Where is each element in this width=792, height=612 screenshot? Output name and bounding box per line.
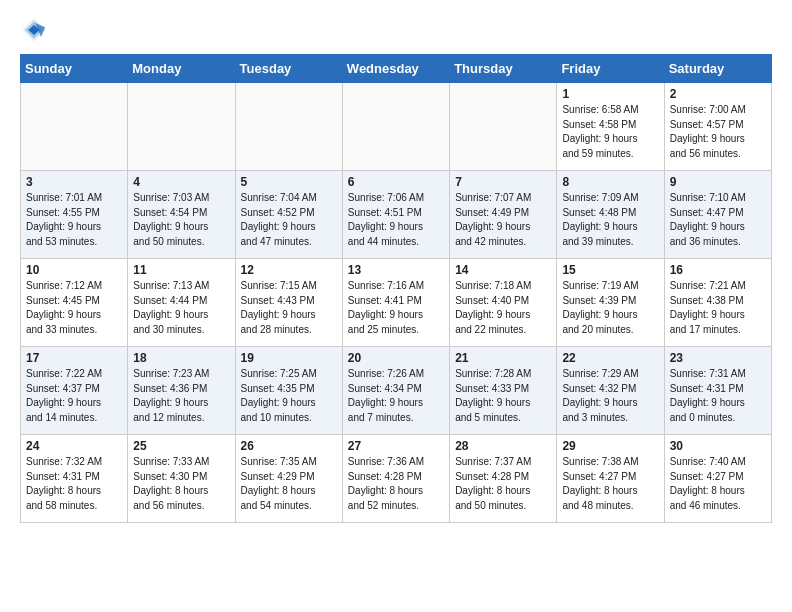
day-info: Sunrise: 7:16 AM Sunset: 4:41 PM Dayligh… bbox=[348, 279, 444, 337]
calendar-cell: 1Sunrise: 6:58 AM Sunset: 4:58 PM Daylig… bbox=[557, 83, 664, 171]
day-number: 1 bbox=[562, 87, 658, 101]
day-info: Sunrise: 7:19 AM Sunset: 4:39 PM Dayligh… bbox=[562, 279, 658, 337]
day-info: Sunrise: 7:31 AM Sunset: 4:31 PM Dayligh… bbox=[670, 367, 766, 425]
day-info: Sunrise: 7:28 AM Sunset: 4:33 PM Dayligh… bbox=[455, 367, 551, 425]
day-number: 14 bbox=[455, 263, 551, 277]
day-info: Sunrise: 7:40 AM Sunset: 4:27 PM Dayligh… bbox=[670, 455, 766, 513]
day-info: Sunrise: 7:06 AM Sunset: 4:51 PM Dayligh… bbox=[348, 191, 444, 249]
day-info: Sunrise: 7:35 AM Sunset: 4:29 PM Dayligh… bbox=[241, 455, 337, 513]
calendar-cell: 6Sunrise: 7:06 AM Sunset: 4:51 PM Daylig… bbox=[342, 171, 449, 259]
weekday-header-wednesday: Wednesday bbox=[342, 55, 449, 83]
calendar-cell: 7Sunrise: 7:07 AM Sunset: 4:49 PM Daylig… bbox=[450, 171, 557, 259]
day-number: 9 bbox=[670, 175, 766, 189]
weekday-header-tuesday: Tuesday bbox=[235, 55, 342, 83]
calendar-cell: 14Sunrise: 7:18 AM Sunset: 4:40 PM Dayli… bbox=[450, 259, 557, 347]
weekday-header-saturday: Saturday bbox=[664, 55, 771, 83]
calendar-cell: 24Sunrise: 7:32 AM Sunset: 4:31 PM Dayli… bbox=[21, 435, 128, 523]
logo bbox=[20, 16, 52, 44]
day-number: 29 bbox=[562, 439, 658, 453]
calendar-table: SundayMondayTuesdayWednesdayThursdayFrid… bbox=[20, 54, 772, 523]
calendar-cell: 16Sunrise: 7:21 AM Sunset: 4:38 PM Dayli… bbox=[664, 259, 771, 347]
calendar-cell: 21Sunrise: 7:28 AM Sunset: 4:33 PM Dayli… bbox=[450, 347, 557, 435]
day-info: Sunrise: 7:00 AM Sunset: 4:57 PM Dayligh… bbox=[670, 103, 766, 161]
day-number: 12 bbox=[241, 263, 337, 277]
page: SundayMondayTuesdayWednesdayThursdayFrid… bbox=[0, 0, 792, 543]
calendar-week-1: 1Sunrise: 6:58 AM Sunset: 4:58 PM Daylig… bbox=[21, 83, 772, 171]
calendar-cell: 15Sunrise: 7:19 AM Sunset: 4:39 PM Dayli… bbox=[557, 259, 664, 347]
day-number: 30 bbox=[670, 439, 766, 453]
day-number: 3 bbox=[26, 175, 122, 189]
calendar-cell: 17Sunrise: 7:22 AM Sunset: 4:37 PM Dayli… bbox=[21, 347, 128, 435]
day-number: 13 bbox=[348, 263, 444, 277]
day-info: Sunrise: 7:13 AM Sunset: 4:44 PM Dayligh… bbox=[133, 279, 229, 337]
calendar-cell: 19Sunrise: 7:25 AM Sunset: 4:35 PM Dayli… bbox=[235, 347, 342, 435]
day-info: Sunrise: 7:22 AM Sunset: 4:37 PM Dayligh… bbox=[26, 367, 122, 425]
day-info: Sunrise: 7:04 AM Sunset: 4:52 PM Dayligh… bbox=[241, 191, 337, 249]
day-info: Sunrise: 7:21 AM Sunset: 4:38 PM Dayligh… bbox=[670, 279, 766, 337]
calendar-cell: 22Sunrise: 7:29 AM Sunset: 4:32 PM Dayli… bbox=[557, 347, 664, 435]
calendar-cell: 11Sunrise: 7:13 AM Sunset: 4:44 PM Dayli… bbox=[128, 259, 235, 347]
day-number: 17 bbox=[26, 351, 122, 365]
day-number: 22 bbox=[562, 351, 658, 365]
weekday-header-sunday: Sunday bbox=[21, 55, 128, 83]
day-info: Sunrise: 7:15 AM Sunset: 4:43 PM Dayligh… bbox=[241, 279, 337, 337]
day-number: 23 bbox=[670, 351, 766, 365]
calendar-cell: 29Sunrise: 7:38 AM Sunset: 4:27 PM Dayli… bbox=[557, 435, 664, 523]
calendar-cell: 20Sunrise: 7:26 AM Sunset: 4:34 PM Dayli… bbox=[342, 347, 449, 435]
calendar-cell bbox=[342, 83, 449, 171]
weekday-header-monday: Monday bbox=[128, 55, 235, 83]
calendar-cell: 28Sunrise: 7:37 AM Sunset: 4:28 PM Dayli… bbox=[450, 435, 557, 523]
calendar-cell: 26Sunrise: 7:35 AM Sunset: 4:29 PM Dayli… bbox=[235, 435, 342, 523]
calendar-cell: 18Sunrise: 7:23 AM Sunset: 4:36 PM Dayli… bbox=[128, 347, 235, 435]
day-info: Sunrise: 7:09 AM Sunset: 4:48 PM Dayligh… bbox=[562, 191, 658, 249]
calendar-cell: 10Sunrise: 7:12 AM Sunset: 4:45 PM Dayli… bbox=[21, 259, 128, 347]
calendar-header-row: SundayMondayTuesdayWednesdayThursdayFrid… bbox=[21, 55, 772, 83]
weekday-header-friday: Friday bbox=[557, 55, 664, 83]
day-number: 11 bbox=[133, 263, 229, 277]
day-info: Sunrise: 7:32 AM Sunset: 4:31 PM Dayligh… bbox=[26, 455, 122, 513]
day-info: Sunrise: 7:29 AM Sunset: 4:32 PM Dayligh… bbox=[562, 367, 658, 425]
day-number: 5 bbox=[241, 175, 337, 189]
day-info: Sunrise: 7:01 AM Sunset: 4:55 PM Dayligh… bbox=[26, 191, 122, 249]
day-number: 28 bbox=[455, 439, 551, 453]
day-number: 7 bbox=[455, 175, 551, 189]
day-number: 25 bbox=[133, 439, 229, 453]
day-number: 16 bbox=[670, 263, 766, 277]
day-info: Sunrise: 7:26 AM Sunset: 4:34 PM Dayligh… bbox=[348, 367, 444, 425]
calendar-cell bbox=[128, 83, 235, 171]
day-number: 21 bbox=[455, 351, 551, 365]
calendar-cell: 23Sunrise: 7:31 AM Sunset: 4:31 PM Dayli… bbox=[664, 347, 771, 435]
day-number: 18 bbox=[133, 351, 229, 365]
day-number: 19 bbox=[241, 351, 337, 365]
day-info: Sunrise: 7:07 AM Sunset: 4:49 PM Dayligh… bbox=[455, 191, 551, 249]
calendar-cell: 25Sunrise: 7:33 AM Sunset: 4:30 PM Dayli… bbox=[128, 435, 235, 523]
day-info: Sunrise: 7:37 AM Sunset: 4:28 PM Dayligh… bbox=[455, 455, 551, 513]
calendar-cell: 8Sunrise: 7:09 AM Sunset: 4:48 PM Daylig… bbox=[557, 171, 664, 259]
day-info: Sunrise: 7:23 AM Sunset: 4:36 PM Dayligh… bbox=[133, 367, 229, 425]
calendar-week-5: 24Sunrise: 7:32 AM Sunset: 4:31 PM Dayli… bbox=[21, 435, 772, 523]
day-number: 8 bbox=[562, 175, 658, 189]
day-info: Sunrise: 7:18 AM Sunset: 4:40 PM Dayligh… bbox=[455, 279, 551, 337]
calendar-cell: 12Sunrise: 7:15 AM Sunset: 4:43 PM Dayli… bbox=[235, 259, 342, 347]
calendar-week-2: 3Sunrise: 7:01 AM Sunset: 4:55 PM Daylig… bbox=[21, 171, 772, 259]
calendar-cell: 4Sunrise: 7:03 AM Sunset: 4:54 PM Daylig… bbox=[128, 171, 235, 259]
calendar-cell: 3Sunrise: 7:01 AM Sunset: 4:55 PM Daylig… bbox=[21, 171, 128, 259]
day-info: Sunrise: 7:33 AM Sunset: 4:30 PM Dayligh… bbox=[133, 455, 229, 513]
day-number: 27 bbox=[348, 439, 444, 453]
day-info: Sunrise: 7:03 AM Sunset: 4:54 PM Dayligh… bbox=[133, 191, 229, 249]
day-number: 10 bbox=[26, 263, 122, 277]
day-info: Sunrise: 7:36 AM Sunset: 4:28 PM Dayligh… bbox=[348, 455, 444, 513]
header bbox=[20, 16, 772, 44]
day-number: 2 bbox=[670, 87, 766, 101]
logo-icon bbox=[20, 16, 48, 44]
calendar-cell bbox=[450, 83, 557, 171]
weekday-header-thursday: Thursday bbox=[450, 55, 557, 83]
day-info: Sunrise: 7:25 AM Sunset: 4:35 PM Dayligh… bbox=[241, 367, 337, 425]
calendar-week-4: 17Sunrise: 7:22 AM Sunset: 4:37 PM Dayli… bbox=[21, 347, 772, 435]
day-number: 6 bbox=[348, 175, 444, 189]
day-info: Sunrise: 6:58 AM Sunset: 4:58 PM Dayligh… bbox=[562, 103, 658, 161]
calendar-cell bbox=[21, 83, 128, 171]
calendar-cell: 27Sunrise: 7:36 AM Sunset: 4:28 PM Dayli… bbox=[342, 435, 449, 523]
calendar-cell: 13Sunrise: 7:16 AM Sunset: 4:41 PM Dayli… bbox=[342, 259, 449, 347]
day-number: 20 bbox=[348, 351, 444, 365]
